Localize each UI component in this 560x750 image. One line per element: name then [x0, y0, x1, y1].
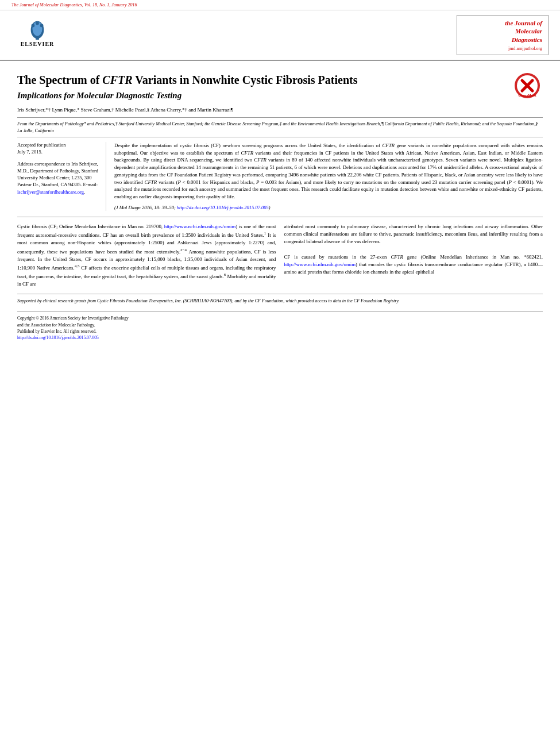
- elsevier-wordmark: ELSEVIER: [21, 41, 55, 47]
- omim-link-left[interactable]: http://www.ncbi.nlm.nih.gov/omim: [164, 224, 236, 229]
- title-text-before: The Spectrum of CFTR Variants in Nonwhit…: [17, 74, 357, 86]
- sidebar-col: Accepted for publication July 7, 2015. A…: [17, 142, 106, 211]
- copyright-doi: http://dx.doi.org/10.1016/j.jmoldx.2015.…: [17, 334, 543, 341]
- body-right-para1: attributed most commonly to pulmonary di…: [284, 223, 543, 246]
- omim-link-right[interactable]: http://www.ncbi.nlm.nih.gov/omim: [284, 261, 356, 267]
- svg-point-4: [40, 24, 44, 28]
- body-col-left: Cystic fibrosis (CF; Online Mendelian In…: [17, 223, 276, 288]
- abstract-text: Despite the implementation of cystic fib…: [114, 142, 543, 201]
- article-content: The Spectrum of CFTR Variants in Nonwhit…: [0, 61, 560, 353]
- journal-logo-right: the Journal of Molecular Diagnostics jmd…: [457, 15, 549, 55]
- address-block: Address correspondence to Iris Schrijver…: [17, 160, 100, 196]
- logo-area: ELSEVIER the Journal of Molecular Diagno…: [0, 10, 560, 61]
- copyright-line2: and the Association for Molecular Pathol…: [17, 322, 543, 328]
- crossmark-svg: CrossMark: [514, 72, 540, 99]
- abstract-citation: (J Mol Diagn 2016, 18: 39–50; http://dx.…: [114, 204, 543, 211]
- body-right-para2: CF is caused by mutations in the 27-exon…: [284, 253, 543, 276]
- top-header: The Journal of Molecular Diagnostics, Vo…: [0, 0, 560, 10]
- abstract-doi-link[interactable]: http://dx.doi.org/10.1016/j.jmoldx.2015.…: [177, 205, 269, 210]
- elsevier-logo: ELSEVIER: [11, 19, 63, 51]
- copyright-line1: Copyright © 2016 American Society for In…: [17, 315, 543, 321]
- title-cftr-italic: CFTR: [102, 74, 132, 86]
- email-link[interactable]: ischrijver@stanfordhealthcare.org: [17, 189, 84, 195]
- svg-point-5: [36, 22, 39, 25]
- copyright-line3: Published by Elsevier Inc. All rights re…: [17, 328, 543, 334]
- abstract-main-col: Despite the implementation of cystic fib…: [114, 142, 543, 211]
- accepted-block: Accepted for publication July 7, 2015.: [17, 142, 100, 156]
- body-text-section: Cystic fibrosis (CF; Online Mendelian In…: [17, 223, 543, 288]
- copyright-section: Copyright © 2016 American Society for In…: [17, 311, 543, 341]
- svg-text:CrossMark: CrossMark: [518, 94, 536, 97]
- journal-logo-name: the Journal of Molecular Diagnostics: [463, 19, 542, 44]
- article-subtitle: Implications for Molecular Diagnostic Te…: [17, 91, 543, 101]
- journal-url[interactable]: jmd.amjpathol.org: [463, 46, 542, 51]
- journal-title-top: The Journal of Molecular Diagnostics, Vo…: [11, 2, 137, 7]
- body-left-para: Cystic fibrosis (CF; Online Mendelian In…: [17, 223, 276, 288]
- footnote-section: Supported by clinical research grants fr…: [17, 294, 543, 304]
- abstract-section: Accepted for publication July 7, 2015. A…: [17, 142, 543, 211]
- article-title: The Spectrum of CFTR Variants in Nonwhit…: [17, 72, 543, 87]
- svg-point-3: [32, 24, 35, 28]
- elsevier-tree-icon: [20, 19, 55, 41]
- section-divider: [17, 217, 543, 217]
- body-col-right: attributed most commonly to pulmonary di…: [284, 223, 543, 288]
- copyright-doi-link[interactable]: http://dx.doi.org/10.1016/j.jmoldx.2015.…: [17, 335, 99, 340]
- affiliations: From the Departments of Pathology* and P…: [17, 117, 543, 137]
- footnote-text: Supported by clinical research grants fr…: [17, 298, 543, 304]
- authors: Iris Schrijver,*† Lynn Pique,* Steve Gra…: [17, 106, 543, 114]
- crossmark-icon: CrossMark: [514, 72, 543, 101]
